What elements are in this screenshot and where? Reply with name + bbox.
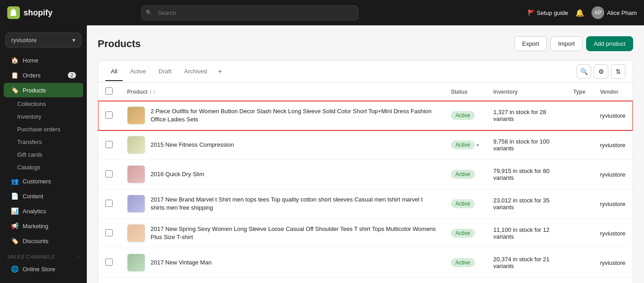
product-thumbnail bbox=[127, 165, 145, 183]
select-all-header bbox=[98, 83, 120, 101]
product-name: 2015 New Fitness Compression bbox=[151, 141, 234, 149]
store-name: ryviustore bbox=[11, 37, 37, 43]
user-menu[interactable]: AP Alice Pham bbox=[592, 6, 637, 19]
marketing-icon: 📢 bbox=[11, 222, 18, 230]
sort-button[interactable]: ⇅ bbox=[611, 64, 625, 79]
vendor-cell: ryviustore bbox=[593, 160, 633, 189]
type-cell bbox=[566, 189, 593, 219]
vendor-cell: ryviustore bbox=[593, 248, 633, 278]
table-row[interactable]: 2016 Quick Dry SlimActive79,915 in stock… bbox=[98, 160, 633, 189]
status-badge: Active bbox=[451, 258, 475, 267]
type-cell bbox=[566, 278, 593, 283]
vendor-cell: ryviustore bbox=[593, 130, 633, 160]
product-thumbnail bbox=[127, 195, 145, 213]
row-checkbox[interactable] bbox=[105, 259, 113, 266]
sales-channels-label: Sales channels › bbox=[0, 249, 87, 261]
discounts-icon: 🏷️ bbox=[11, 237, 18, 245]
products-card: All Active Draft Archived + 🔍 ⚙ ⇅ bbox=[98, 60, 633, 283]
sidebar-item-label: Online Store bbox=[23, 266, 55, 273]
user-name: Alice Pham bbox=[607, 10, 637, 16]
sidebar-subitem-catalogs[interactable]: Catalogs bbox=[4, 161, 83, 173]
type-cell bbox=[566, 101, 593, 130]
tab-archived[interactable]: Archived bbox=[179, 62, 213, 81]
search-bar[interactable] bbox=[141, 5, 358, 20]
status-badge: Active bbox=[451, 170, 475, 179]
sidebar-item-products[interactable]: 🏷️ Products bbox=[4, 83, 83, 97]
table-row[interactable]: 2017 New Brand Marvel t Shirt men tops t… bbox=[98, 189, 633, 219]
add-tab-button[interactable]: + bbox=[214, 64, 226, 79]
tab-draft[interactable]: Draft bbox=[153, 62, 177, 81]
sidebar-item-label: Customers bbox=[23, 178, 51, 185]
sidebar-item-label: Orders bbox=[23, 72, 41, 79]
select-all-checkbox[interactable] bbox=[105, 87, 113, 95]
avatar: AP bbox=[592, 6, 604, 19]
sidebar-item-analytics[interactable]: 📊 Analytics bbox=[4, 204, 83, 218]
vendor-cell: ryviustore bbox=[593, 219, 633, 248]
status-badge: Active bbox=[451, 199, 475, 208]
type-cell bbox=[566, 160, 593, 189]
expand-icon[interactable]: › bbox=[78, 254, 80, 259]
shopify-logo[interactable]: shopify bbox=[7, 6, 52, 19]
column-product[interactable]: Product ↕ bbox=[120, 83, 444, 101]
store-selector[interactable]: ryviustore ▾ bbox=[5, 33, 81, 48]
column-status: Status bbox=[444, 83, 486, 101]
setup-guide-button[interactable]: 🚩 Setup guide bbox=[528, 10, 568, 16]
export-button[interactable]: Export bbox=[514, 36, 547, 51]
sidebar-item-online-store[interactable]: 🌐 Online Store bbox=[4, 262, 83, 276]
chevron-down-icon: ▾ bbox=[72, 37, 76, 43]
row-checkbox[interactable] bbox=[105, 111, 113, 119]
search-filter-button[interactable]: 🔍 bbox=[577, 64, 591, 79]
search-input[interactable] bbox=[141, 5, 358, 20]
type-cell bbox=[566, 130, 593, 160]
filter-button[interactable]: ⚙ bbox=[594, 64, 608, 79]
sidebar-subitem-transfers[interactable]: Transfers bbox=[4, 136, 83, 148]
column-inventory: Inventory bbox=[486, 83, 566, 101]
main-layout: ryviustore ▾ 🏠 Home 📋 Orders 2 🏷️ Produc… bbox=[0, 25, 644, 283]
column-vendor: Vendor bbox=[593, 83, 633, 101]
page-header: Products Export Import Add product bbox=[98, 36, 633, 51]
table-row[interactable]: 2017 New Women Best Sell U neck Sexy Cro… bbox=[98, 278, 633, 283]
topnav-right: 🚩 Setup guide 🔔 AP Alice Pham bbox=[528, 6, 637, 19]
sidebar-item-label: Home bbox=[23, 57, 38, 64]
inventory-cell: 20,374 in stock for 21 variants bbox=[486, 248, 566, 278]
products-icon: 🏷️ bbox=[11, 86, 18, 94]
row-checkbox[interactable] bbox=[105, 170, 113, 177]
table-row[interactable]: 2017 New Spring Sexy Women Long Sleeve L… bbox=[98, 219, 633, 248]
product-thumbnail bbox=[127, 224, 145, 242]
table-row[interactable]: 2 Piece Outfits for Women Button Decor S… bbox=[98, 101, 633, 130]
notifications-button[interactable]: 🔔 bbox=[575, 9, 584, 17]
inventory-cell: 23,012 in stock for 35 variants bbox=[486, 189, 566, 219]
sidebar-item-orders[interactable]: 📋 Orders 2 bbox=[4, 68, 83, 82]
table-row[interactable]: 2017 New Vintage ManActive20,374 in stoc… bbox=[98, 248, 633, 278]
sidebar-item-content[interactable]: 📄 Content bbox=[4, 189, 83, 203]
sidebar-subitem-gift-cards[interactable]: Gift cards bbox=[4, 149, 83, 161]
analytics-icon: 📊 bbox=[11, 207, 18, 215]
sidebar-item-home[interactable]: 🏠 Home bbox=[4, 53, 83, 67]
sidebar: ryviustore ▾ 🏠 Home 📋 Orders 2 🏷️ Produc… bbox=[0, 25, 87, 283]
column-type: Type bbox=[566, 83, 593, 101]
type-cell bbox=[566, 248, 593, 278]
sidebar-item-discounts[interactable]: 🏷️ Discounts bbox=[4, 234, 83, 248]
product-name: 2017 New Vintage Man bbox=[151, 259, 212, 267]
sidebar-subitem-inventory[interactable]: Inventory bbox=[4, 110, 83, 123]
sidebar-item-label: Marketing bbox=[23, 223, 48, 230]
status-badge: Active bbox=[451, 229, 475, 238]
row-checkbox[interactable] bbox=[105, 200, 113, 207]
sidebar-subitem-collections[interactable]: Collections bbox=[4, 98, 83, 110]
tab-active[interactable]: Active bbox=[124, 62, 151, 81]
status-dropdown-icon[interactable]: ▾ bbox=[477, 143, 479, 148]
customers-icon: 👥 bbox=[11, 177, 18, 185]
tabs-bar: All Active Draft Archived + 🔍 ⚙ ⇅ bbox=[98, 61, 633, 83]
import-button[interactable]: Import bbox=[550, 36, 582, 51]
sidebar-item-label: Products bbox=[23, 87, 46, 94]
sidebar-item-marketing[interactable]: 📢 Marketing bbox=[4, 219, 83, 233]
row-checkbox[interactable] bbox=[105, 141, 113, 148]
header-actions: Export Import Add product bbox=[514, 36, 633, 51]
row-checkbox[interactable] bbox=[105, 229, 113, 236]
sidebar-item-customers[interactable]: 👥 Customers bbox=[4, 174, 83, 188]
tab-all[interactable]: All bbox=[105, 62, 123, 81]
table-row[interactable]: 2015 New Fitness CompressionActive▾9,758… bbox=[98, 130, 633, 160]
sidebar-subitem-purchase-orders[interactable]: Purchase orders bbox=[4, 123, 83, 135]
products-table: Product ↕ Status Inventory Type Vendor 2… bbox=[98, 83, 633, 283]
add-product-button[interactable]: Add product bbox=[586, 36, 633, 51]
